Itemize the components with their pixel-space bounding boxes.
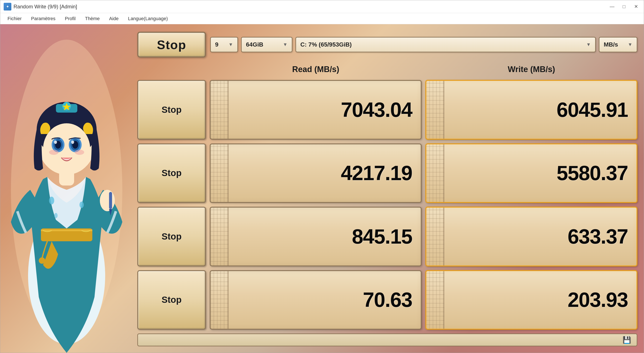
benchmark-rows: Stop 7043.04 6045.91 Stop 4217.19 558	[137, 80, 637, 330]
maximize-button[interactable]: □	[620, 2, 628, 11]
unit-arrow: ▼	[628, 42, 632, 47]
main-content: Stop 9 ▼ 64GiB ▼ C: 7% (65/953GiB) ▼	[0, 24, 644, 353]
anime-character	[0, 24, 137, 353]
size-value: 64GiB	[246, 41, 263, 48]
dropdown-group: 9 ▼ 64GiB ▼ C: 7% (65/953GiB) ▼ MB/s ▼	[210, 31, 637, 59]
read-value-row3: 70.63	[210, 270, 422, 330]
character-svg	[4, 24, 129, 353]
svg-point-8	[43, 123, 90, 175]
menu-theme[interactable]: Thème	[81, 14, 104, 23]
stop-button-main[interactable]: Stop	[137, 32, 206, 58]
svg-point-17	[49, 150, 58, 155]
svg-rect-3	[41, 229, 92, 231]
svg-point-4	[39, 257, 45, 264]
read-value-text-row0: 7043.04	[341, 98, 412, 122]
main-window: ✦ Random Write (9/9) [Admin] — □ ✕ Fichi…	[0, 0, 644, 353]
read-value-text-row2: 845.15	[352, 225, 412, 248]
write-value-row2: 633.37	[426, 207, 637, 266]
menu-aide[interactable]: Aide	[105, 14, 122, 23]
write-value-row3: 203.93	[426, 270, 637, 330]
unit-value: MB/s	[604, 41, 618, 48]
read-value-row2: 845.15	[210, 207, 422, 266]
svg-rect-23	[109, 192, 112, 209]
benchmark-panel: Stop 9 ▼ 64GiB ▼ C: 7% (65/953GiB) ▼	[137, 31, 637, 346]
size-dropdown[interactable]: 64GiB ▼	[241, 37, 292, 52]
stop-button-row2[interactable]: Stop	[137, 207, 206, 266]
write-value-text-row0: 6045.91	[556, 98, 628, 122]
svg-point-26	[80, 202, 84, 208]
table-row: Stop 7043.04 6045.91	[137, 80, 637, 140]
column-headers: Read (MB/s) Write (MB/s)	[137, 62, 637, 76]
menu-parametres[interactable]: Paramètres	[27, 14, 59, 23]
write-value-row1: 5580.37	[426, 143, 637, 203]
unit-dropdown[interactable]: MB/s ▼	[599, 37, 637, 52]
table-row: Stop 4217.19 5580.37	[137, 143, 637, 203]
read-header: Read (MB/s)	[210, 62, 422, 76]
menubar: Fichier Paramètres Profil Thème Aide Lan…	[0, 13, 644, 24]
svg-point-18	[75, 150, 84, 155]
read-value-text-row1: 4217.19	[341, 161, 412, 185]
stop-button-row0[interactable]: Stop	[137, 80, 206, 140]
window-title: Random Write (9/9) [Admin]	[14, 4, 77, 10]
iterations-dropdown[interactable]: 9 ▼	[210, 37, 238, 52]
table-row: Stop 70.63 203.93	[137, 270, 637, 330]
read-value-row1: 4217.19	[210, 143, 422, 203]
write-value-text-row3: 203.93	[568, 288, 628, 312]
read-value-text-row3: 70.63	[363, 288, 412, 312]
stop-button-row3[interactable]: Stop	[137, 270, 206, 330]
menu-profil[interactable]: Profil	[61, 14, 80, 23]
hdd-icon: 💾	[620, 334, 633, 345]
minimize-button[interactable]: —	[608, 2, 616, 11]
iterations-value: 9	[215, 41, 218, 48]
iterations-arrow: ▼	[228, 42, 233, 47]
menu-language[interactable]: Langue(Language)	[124, 14, 172, 23]
titlebar: ✦ Random Write (9/9) [Admin] — □ ✕	[0, 0, 644, 13]
svg-point-16	[71, 140, 74, 144]
svg-point-25	[49, 197, 54, 204]
write-value-text-row1: 5580.37	[556, 161, 628, 185]
drive-arrow: ▼	[586, 42, 591, 47]
write-value-text-row2: 633.37	[568, 225, 628, 248]
drive-value: C: 7% (65/953GiB)	[300, 41, 352, 48]
stop-button-row1[interactable]: Stop	[137, 143, 206, 203]
close-button[interactable]: ✕	[632, 2, 640, 11]
size-arrow: ▼	[283, 42, 288, 47]
write-header: Write (MB/s)	[426, 62, 637, 76]
menu-fichier[interactable]: Fichier	[4, 14, 26, 23]
app-icon: ✦	[4, 3, 11, 11]
svg-point-12	[54, 140, 57, 144]
header-empty	[137, 62, 206, 76]
table-row: Stop 845.15 633.37	[137, 207, 637, 266]
read-value-row0: 7043.04	[210, 80, 422, 140]
progress-bar	[142, 337, 617, 343]
drive-dropdown[interactable]: C: 7% (65/953GiB) ▼	[296, 37, 596, 52]
top-controls: Stop 9 ▼ 64GiB ▼ C: 7% (65/953GiB) ▼	[137, 31, 637, 59]
progress-bar-container: 💾	[137, 333, 637, 346]
window-controls: — □ ✕	[608, 2, 640, 11]
write-value-row0: 6045.91	[426, 80, 637, 140]
svg-point-27	[54, 213, 58, 218]
svg-point-22	[100, 190, 115, 211]
